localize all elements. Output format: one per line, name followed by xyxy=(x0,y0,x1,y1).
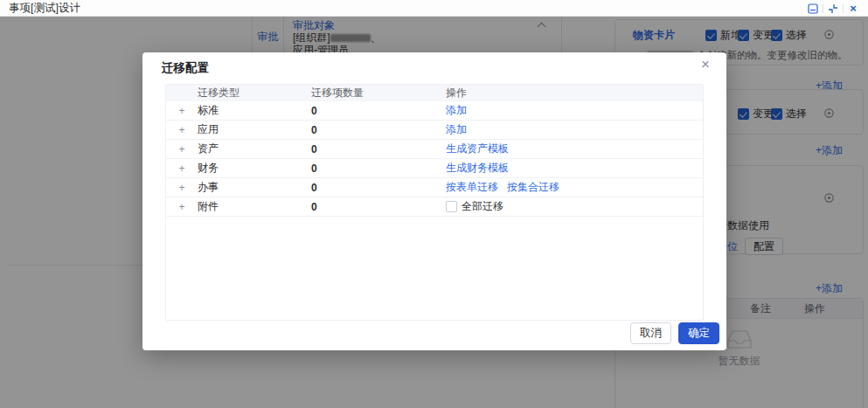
row-type: 附件 xyxy=(198,199,311,214)
expand-icon[interactable]: + xyxy=(176,143,188,156)
migration-table: 迁移类型 迁移项数量 操作 + 标准 0 添加 + 应用 0 添加 + 资产 0… xyxy=(165,84,704,321)
migrate-all-checkbox[interactable]: 全部迁移 xyxy=(446,199,503,214)
migrate-by-collection-link[interactable]: 按集合迁移 xyxy=(507,180,559,195)
row-count: 0 xyxy=(311,124,446,136)
checkbox-unchecked-icon[interactable] xyxy=(446,201,457,212)
column-header-count: 迁移项数量 xyxy=(311,86,446,100)
row-type: 财务 xyxy=(198,161,311,176)
window-close-icon[interactable]: × xyxy=(844,2,863,16)
row-count: 0 xyxy=(311,163,446,175)
migrate-by-form-link[interactable]: 按表单迁移 xyxy=(446,180,498,195)
expand-icon[interactable]: + xyxy=(176,105,188,117)
cancel-button[interactable]: 取消 xyxy=(630,322,671,344)
screen: 事项[测试]设计 × 审批 xyxy=(0,0,868,408)
window-controls: × xyxy=(803,0,863,17)
table-row-asset: + 资产 0 生成资产模板 xyxy=(166,140,703,159)
row-type: 标准 xyxy=(198,103,311,118)
table-row-application: + 应用 0 添加 xyxy=(166,121,703,140)
dialog-title: 迁移配置 xyxy=(162,60,209,76)
generate-asset-template-link[interactable]: 生成资产模板 xyxy=(446,142,509,156)
column-header-type: 迁移类型 xyxy=(198,86,311,100)
expand-icon[interactable]: + xyxy=(176,163,188,175)
expand-icon[interactable]: + xyxy=(176,124,188,136)
migration-config-dialog: 迁移配置 × 迁移类型 迁移项数量 操作 + 标准 0 添加 + 应用 0 添加… xyxy=(142,52,726,350)
row-count: 0 xyxy=(311,105,446,117)
expand-icon[interactable]: + xyxy=(176,201,188,213)
page-title: 事项[测试]设计 xyxy=(9,1,80,16)
column-header-action: 操作 xyxy=(446,86,703,100)
add-action-link[interactable]: 添加 xyxy=(446,103,467,118)
migration-table-header: 迁移类型 迁移项数量 操作 xyxy=(166,85,703,101)
table-row-finance: + 财务 0 生成财务模板 xyxy=(166,159,703,178)
table-row-standard: + 标准 0 添加 xyxy=(166,101,703,121)
table-row-attachment: + 附件 0 全部迁移 xyxy=(166,197,703,217)
app-header: 事项[测试]设计 × xyxy=(0,0,868,17)
checkbox-label: 全部迁移 xyxy=(462,199,503,214)
row-type: 办事 xyxy=(198,180,311,195)
row-type: 应用 xyxy=(198,122,311,137)
row-count: 0 xyxy=(311,143,446,156)
dialog-footer: 取消 确定 xyxy=(630,322,719,344)
expand-icon[interactable]: + xyxy=(176,182,188,194)
confirm-button[interactable]: 确定 xyxy=(678,322,719,344)
row-type: 资产 xyxy=(198,142,311,156)
generate-finance-template-link[interactable]: 生成财务模板 xyxy=(446,161,509,176)
row-count: 0 xyxy=(311,201,446,213)
table-row-work: + 办事 0 按表单迁移 按集合迁移 xyxy=(166,178,703,197)
dialog-close-icon[interactable]: × xyxy=(697,55,714,73)
row-count: 0 xyxy=(311,182,446,194)
save-panel-icon[interactable] xyxy=(803,2,823,16)
collapse-icon[interactable] xyxy=(823,2,843,16)
add-action-link[interactable]: 添加 xyxy=(446,122,467,137)
